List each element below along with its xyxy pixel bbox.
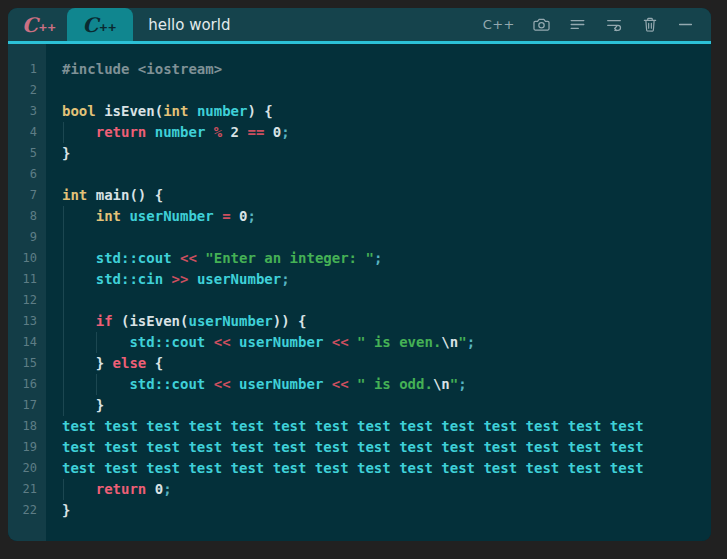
code-text [46, 80, 711, 101]
line-number: 5 [8, 143, 46, 164]
line-number: 1 [8, 59, 46, 80]
line-number: 4 [8, 122, 46, 143]
indent-guide [63, 311, 64, 332]
code-text: std::cout << "Enter an integer: "; [46, 248, 711, 269]
indent-guide [63, 227, 64, 248]
indent-guide [63, 395, 64, 416]
line-number: 10 [8, 248, 46, 269]
code-text [46, 290, 711, 311]
minimize-icon[interactable] [676, 15, 695, 34]
code-text: std::cout << userNumber << " is odd.\n"; [46, 374, 711, 395]
line-number: 7 [8, 185, 46, 206]
indent-guide [63, 248, 64, 269]
indent-guide [63, 353, 64, 374]
indent-guide [96, 332, 97, 353]
code-line[interactable]: 14 std::cout << userNumber << " is even.… [8, 332, 711, 353]
code-line[interactable]: 9 [8, 227, 711, 248]
line-number: 6 [8, 164, 46, 185]
code-line[interactable]: 20test test test test test test test tes… [8, 458, 711, 479]
code-line[interactable]: 17 } [8, 395, 711, 416]
trash-icon[interactable] [641, 15, 659, 34]
code-text: return number % 2 == 0; [46, 122, 711, 143]
code-text [46, 164, 711, 185]
code-text: test test test test test test test test … [46, 458, 711, 479]
line-number: 11 [8, 269, 46, 290]
language-label: C++ [483, 17, 515, 32]
code-line[interactable]: 18test test test test test test test tes… [8, 416, 711, 437]
line-number: 16 [8, 374, 46, 395]
line-number: 20 [8, 458, 46, 479]
code-line[interactable]: 10 std::cout << "Enter an integer: "; [8, 248, 711, 269]
line-number: 21 [8, 479, 46, 500]
tab-label: C++ [83, 13, 118, 37]
code-text: } [46, 395, 711, 416]
line-number: 9 [8, 227, 46, 248]
tab-cpp[interactable]: C++ [67, 8, 134, 41]
code-line[interactable]: 12 [8, 290, 711, 311]
code-line[interactable]: 13 if (isEven(userNumber)) { [8, 311, 711, 332]
app-window: C++ C++ hello world C++ [8, 8, 711, 541]
line-number: 12 [8, 290, 46, 311]
camera-icon[interactable] [532, 15, 551, 34]
code-line[interactable]: 22} [8, 500, 711, 521]
indent-guide [63, 269, 64, 290]
indent-guide [63, 374, 64, 395]
code-text [46, 227, 711, 248]
code-text: bool isEven(int number) { [46, 101, 711, 122]
code-text: test test test test test test test test … [46, 416, 711, 437]
code-line[interactable]: 15 } else { [8, 353, 711, 374]
line-number: 18 [8, 416, 46, 437]
title-bar: C++ C++ hello world C++ [8, 8, 711, 41]
indent-guide [63, 206, 64, 227]
word-wrap-icon[interactable] [604, 15, 624, 34]
code-line[interactable]: 16 std::cout << userNumber << " is odd.\… [8, 374, 711, 395]
code-text: return 0; [46, 479, 711, 500]
app-logo-label: C++ [22, 13, 57, 37]
line-number: 19 [8, 437, 46, 458]
code-text: test test test test test test test test … [46, 437, 711, 458]
code-editor[interactable]: 1#include <iostream>23bool isEven(int nu… [8, 44, 711, 541]
code-text: if (isEven(userNumber)) { [46, 311, 711, 332]
code-line[interactable]: 4 return number % 2 == 0; [8, 122, 711, 143]
line-number: 13 [8, 311, 46, 332]
line-number: 14 [8, 332, 46, 353]
code-line[interactable]: 8 int userNumber = 0; [8, 206, 711, 227]
code-text: int main() { [46, 185, 711, 206]
app-logo: C++ [8, 8, 67, 41]
code-line[interactable]: 5} [8, 143, 711, 164]
code-line[interactable]: 7int main() { [8, 185, 711, 206]
code-text: std::cin >> userNumber; [46, 269, 711, 290]
document-title: hello world [148, 8, 230, 41]
code-lines: 1#include <iostream>23bool isEven(int nu… [8, 44, 711, 521]
code-text: } [46, 143, 711, 164]
indent-guide [63, 290, 64, 311]
code-line[interactable]: 19test test test test test test test tes… [8, 437, 711, 458]
code-line[interactable]: 1#include <iostream> [8, 59, 711, 80]
code-line[interactable]: 3bool isEven(int number) { [8, 101, 711, 122]
code-line[interactable]: 11 std::cin >> userNumber; [8, 269, 711, 290]
toolbar: C++ [483, 8, 711, 41]
code-line[interactable]: 6 [8, 164, 711, 185]
code-line[interactable]: 21 return 0; [8, 479, 711, 500]
indent-guide [63, 332, 64, 353]
code-text: #include <iostream> [46, 59, 711, 80]
line-number: 2 [8, 80, 46, 101]
indent-guide [96, 374, 97, 395]
code-text: std::cout << userNumber << " is even.\n"… [46, 332, 711, 353]
indent-guide [63, 122, 64, 143]
code-text: } else { [46, 353, 711, 374]
code-line[interactable]: 2 [8, 80, 711, 101]
line-number: 15 [8, 353, 46, 374]
line-number: 17 [8, 395, 46, 416]
line-number: 8 [8, 206, 46, 227]
code-text: int userNumber = 0; [46, 206, 711, 227]
line-number: 22 [8, 500, 46, 521]
align-left-icon[interactable] [568, 15, 587, 34]
line-number: 3 [8, 101, 46, 122]
code-text: } [46, 500, 711, 521]
indent-guide [63, 479, 64, 500]
